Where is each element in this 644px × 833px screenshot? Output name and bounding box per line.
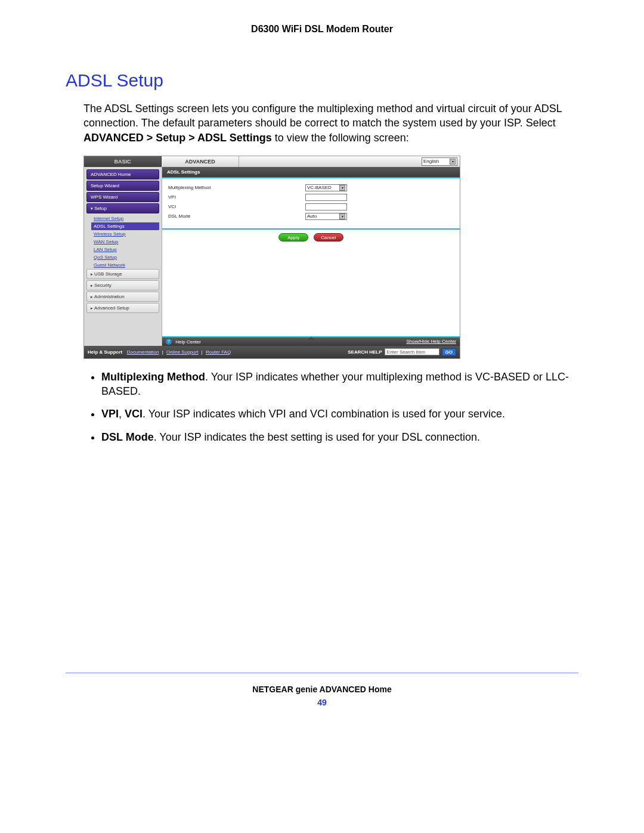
- panel-title: ADSL Settings: [162, 167, 460, 178]
- sidebar-item-administration[interactable]: Administration: [86, 292, 159, 302]
- bullet-text: . Your ISP indicates the best setting is…: [154, 431, 480, 443]
- select-dsl-mode[interactable]: Auto ▾: [305, 213, 347, 220]
- help-support-label: Help & Support: [88, 349, 122, 355]
- ui-footer-right: SEARCH HELP Enter Search Item GO: [348, 348, 456, 356]
- bullet-list: Multiplexing Method. Your ISP indicates …: [101, 370, 578, 444]
- link-router-faq[interactable]: Router FAQ: [206, 349, 231, 355]
- sidebar-sub-guest-network[interactable]: Guest Network: [91, 261, 159, 269]
- link-documentation[interactable]: Documentation: [127, 349, 159, 355]
- sidebar-item-advanced-setup[interactable]: Advanced Setup: [86, 303, 159, 313]
- label-vpi: VPI: [168, 194, 305, 200]
- bullet-multiplexing: Multiplexing Method. Your ISP indicates …: [101, 370, 578, 399]
- help-center-toggle[interactable]: Show/Hide Help Center: [406, 339, 456, 344]
- section-title: ADSL Setup: [66, 70, 578, 91]
- sidebar-item-security[interactable]: Security: [86, 280, 159, 290]
- label-dsl-mode: DSL Mode: [168, 213, 305, 219]
- sidebar-item-usb-storage[interactable]: USB Storage: [86, 269, 159, 279]
- expand-up-icon[interactable]: [306, 337, 316, 340]
- sidebar-sub-lan-setup[interactable]: LAN Setup: [91, 246, 159, 253]
- sidebar-item-setup-wizard[interactable]: Setup Wizard: [86, 181, 159, 191]
- intro-pre: The ADSL Settings screen lets you config…: [83, 103, 562, 129]
- help-center-bar: ? Help Center Show/Hide Help Center: [162, 336, 460, 346]
- intro-post: to view the following screen:: [275, 132, 409, 144]
- bullet-mid: ,: [119, 408, 125, 420]
- bullet-bold: Multiplexing Method: [101, 371, 205, 383]
- page-number: 49: [0, 698, 644, 707]
- tab-advanced[interactable]: ADVANCED: [162, 156, 239, 167]
- chevron-down-icon: ▾: [339, 185, 345, 191]
- ui-footer-left: Help & Support Documentation | Online Su…: [88, 349, 233, 355]
- router-ui-screenshot: BASIC ADVANCED English ▾ ADVANCED Home S…: [83, 156, 460, 359]
- sidebar-sub-internet-setup[interactable]: Internet Setup: [91, 215, 159, 222]
- sidebar-sub-qos-setup[interactable]: QoS Setup: [91, 253, 159, 261]
- chevron-down-icon: ▾: [339, 213, 345, 219]
- ui-footer: Help & Support Documentation | Online Su…: [84, 346, 460, 358]
- page-footer: NETGEAR genie ADVANCED Home 49: [0, 685, 644, 707]
- language-value: English: [423, 159, 439, 164]
- tab-basic[interactable]: BASIC: [84, 156, 162, 167]
- bullet-bold: VPI: [101, 408, 119, 420]
- apply-button[interactable]: Apply: [278, 233, 308, 241]
- chevron-down-icon: ▾: [450, 159, 456, 165]
- intro-paragraph: The ADSL Settings screen lets you config…: [83, 101, 578, 145]
- sidebar: ADVANCED Home Setup Wizard WPS Wizard Se…: [84, 167, 162, 346]
- bullet-dsl-mode: DSL Mode. Your ISP indicates the best se…: [101, 430, 578, 444]
- panel-empty-space: [162, 244, 460, 336]
- intro-bold-path: ADVANCED > Setup > ADSL Settings: [83, 132, 272, 144]
- language-select[interactable]: English ▾: [422, 157, 457, 166]
- bullet-bold2: VCI: [125, 408, 143, 420]
- sidebar-item-setup[interactable]: Setup: [86, 203, 159, 213]
- cancel-button[interactable]: Cancel: [314, 233, 343, 241]
- button-row: Apply Cancel: [162, 230, 460, 244]
- select-multiplexing-value: VC-BASED: [307, 185, 332, 190]
- input-vci[interactable]: [305, 203, 347, 210]
- select-dsl-mode-value: Auto: [307, 213, 317, 219]
- sidebar-sub-wan-setup[interactable]: WAN Setup: [91, 238, 159, 246]
- help-center-label: Help Center: [175, 339, 201, 344]
- label-multiplexing: Multiplexing Method: [168, 185, 305, 190]
- input-vpi[interactable]: [305, 194, 347, 201]
- sidebar-item-wps-wizard[interactable]: WPS Wizard: [86, 192, 159, 202]
- tab-bar-right: English ▾: [239, 156, 460, 167]
- sidebar-sub-wireless-setup[interactable]: Wireless Setup: [91, 230, 159, 238]
- select-multiplexing[interactable]: VC-BASED ▾: [305, 184, 347, 191]
- tab-bar: BASIC ADVANCED English ▾: [84, 156, 460, 167]
- sidebar-sub-adsl-settings[interactable]: ADSL Settings: [91, 222, 159, 230]
- label-vci: VCI: [168, 204, 305, 209]
- help-center-left: ? Help Center: [166, 339, 201, 345]
- form-area: Multiplexing Method VC-BASED ▾ VPI VCI: [162, 178, 460, 226]
- footer-rule: [66, 673, 578, 673]
- question-icon: ?: [166, 339, 172, 345]
- main-panel: ADSL Settings Multiplexing Method VC-BAS…: [162, 167, 460, 346]
- link-online-support[interactable]: Online Support: [166, 349, 198, 355]
- bullet-bold: DSL Mode: [101, 431, 154, 443]
- bullet-text: . Your ISP indicates which VPI and VCI c…: [143, 408, 505, 420]
- footer-title: NETGEAR genie ADVANCED Home: [0, 685, 644, 694]
- sidebar-item-advanced-home[interactable]: ADVANCED Home: [86, 169, 159, 179]
- search-help-input[interactable]: Enter Search Item: [385, 348, 439, 355]
- go-button[interactable]: GO: [442, 348, 456, 356]
- bullet-vpi-vci: VPI, VCI. Your ISP indicates which VPI a…: [101, 407, 578, 421]
- search-help-label: SEARCH HELP: [348, 349, 382, 355]
- doc-header: D6300 WiFi DSL Modem Router: [66, 24, 578, 35]
